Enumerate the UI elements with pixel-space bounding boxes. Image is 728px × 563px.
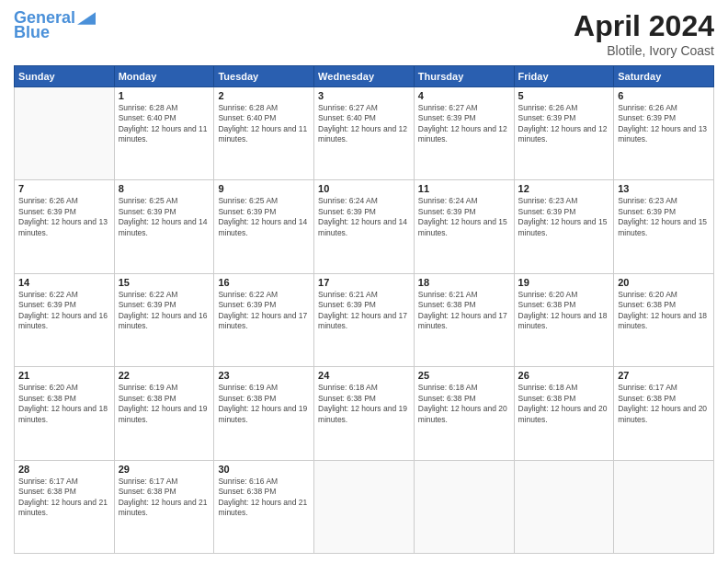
header: General Blue April 2024 Blotile, Ivory C… (14, 9, 714, 58)
col-saturday: Saturday (614, 66, 714, 87)
day-info: Sunrise: 6:27 AMSunset: 6:39 PMDaylight:… (418, 103, 510, 145)
table-row: 18Sunrise: 6:21 AMSunset: 6:38 PMDayligh… (414, 273, 514, 366)
day-info: Sunrise: 6:19 AMSunset: 6:38 PMDaylight:… (119, 383, 210, 425)
table-row: 29Sunrise: 6:17 AMSunset: 6:38 PMDayligh… (114, 460, 214, 553)
day-number: 18 (418, 277, 510, 288)
table-row (15, 87, 115, 180)
day-info: Sunrise: 6:17 AMSunset: 6:38 PMDaylight:… (618, 383, 710, 425)
day-info: Sunrise: 6:18 AMSunset: 6:38 PMDaylight:… (518, 383, 610, 425)
day-number: 25 (418, 370, 510, 381)
table-row: 9Sunrise: 6:25 AMSunset: 6:39 PMDaylight… (214, 180, 314, 273)
day-info: Sunrise: 6:17 AMSunset: 6:38 PMDaylight:… (119, 477, 210, 519)
day-info: Sunrise: 6:20 AMSunset: 6:38 PMDaylight:… (18, 383, 110, 425)
table-row: 22Sunrise: 6:19 AMSunset: 6:38 PMDayligh… (114, 367, 214, 460)
day-info: Sunrise: 6:25 AMSunset: 6:39 PMDaylight:… (119, 196, 210, 238)
day-number: 20 (618, 277, 710, 288)
table-row: 12Sunrise: 6:23 AMSunset: 6:39 PMDayligh… (514, 180, 614, 273)
table-row: 13Sunrise: 6:23 AMSunset: 6:39 PMDayligh… (614, 180, 714, 273)
page: General Blue April 2024 Blotile, Ivory C… (0, 0, 728, 563)
col-tuesday: Tuesday (214, 66, 314, 87)
table-row: 6Sunrise: 6:26 AMSunset: 6:39 PMDaylight… (614, 87, 714, 180)
col-friday: Friday (514, 66, 614, 87)
col-monday: Monday (114, 66, 214, 87)
col-sunday: Sunday (15, 66, 115, 87)
table-row: 20Sunrise: 6:20 AMSunset: 6:38 PMDayligh… (614, 273, 714, 366)
day-info: Sunrise: 6:26 AMSunset: 6:39 PMDaylight:… (18, 196, 110, 238)
calendar-week-row: 21Sunrise: 6:20 AMSunset: 6:38 PMDayligh… (15, 367, 714, 460)
day-number: 13 (618, 183, 710, 194)
table-row: 1Sunrise: 6:28 AMSunset: 6:40 PMDaylight… (114, 87, 214, 180)
day-number: 23 (218, 370, 310, 381)
day-info: Sunrise: 6:20 AMSunset: 6:38 PMDaylight:… (618, 290, 710, 332)
calendar-week-row: 28Sunrise: 6:17 AMSunset: 6:38 PMDayligh… (15, 460, 714, 553)
table-row: 30Sunrise: 6:16 AMSunset: 6:38 PMDayligh… (214, 460, 314, 553)
day-number: 9 (218, 183, 310, 194)
calendar-week-row: 1Sunrise: 6:28 AMSunset: 6:40 PMDaylight… (15, 87, 714, 180)
day-info: Sunrise: 6:21 AMSunset: 6:38 PMDaylight:… (418, 290, 510, 332)
table-row: 23Sunrise: 6:19 AMSunset: 6:38 PMDayligh… (214, 367, 314, 460)
logo-blue: Blue (14, 24, 50, 42)
title-location: Blotile, Ivory Coast (574, 43, 714, 58)
day-number: 10 (318, 183, 410, 194)
day-number: 8 (119, 183, 210, 194)
table-row: 19Sunrise: 6:20 AMSunset: 6:38 PMDayligh… (514, 273, 614, 366)
day-number: 28 (18, 464, 110, 475)
day-info: Sunrise: 6:28 AMSunset: 6:40 PMDaylight:… (119, 103, 210, 145)
day-info: Sunrise: 6:21 AMSunset: 6:39 PMDaylight:… (318, 290, 410, 332)
day-number: 15 (119, 277, 210, 288)
day-number: 19 (518, 277, 610, 288)
day-number: 5 (518, 90, 610, 101)
day-number: 24 (318, 370, 410, 381)
day-number: 3 (318, 90, 410, 101)
day-number: 1 (119, 90, 210, 101)
table-row: 25Sunrise: 6:18 AMSunset: 6:38 PMDayligh… (414, 367, 514, 460)
day-number: 6 (618, 90, 710, 101)
day-number: 17 (318, 277, 410, 288)
calendar-week-row: 14Sunrise: 6:22 AMSunset: 6:39 PMDayligh… (15, 273, 714, 366)
table-row (314, 460, 415, 553)
title-month: April 2024 (574, 9, 714, 43)
day-number: 16 (218, 277, 310, 288)
day-info: Sunrise: 6:17 AMSunset: 6:38 PMDaylight:… (18, 477, 110, 519)
day-number: 11 (418, 183, 510, 194)
day-number: 29 (119, 464, 210, 475)
table-row: 5Sunrise: 6:26 AMSunset: 6:39 PMDaylight… (514, 87, 614, 180)
table-row: 15Sunrise: 6:22 AMSunset: 6:39 PMDayligh… (114, 273, 214, 366)
table-row: 16Sunrise: 6:22 AMSunset: 6:39 PMDayligh… (214, 273, 314, 366)
table-row: 3Sunrise: 6:27 AMSunset: 6:40 PMDaylight… (314, 87, 415, 180)
table-row: 27Sunrise: 6:17 AMSunset: 6:38 PMDayligh… (614, 367, 714, 460)
day-info: Sunrise: 6:24 AMSunset: 6:39 PMDaylight:… (318, 196, 410, 238)
day-number: 2 (218, 90, 310, 101)
table-row: 17Sunrise: 6:21 AMSunset: 6:39 PMDayligh… (314, 273, 415, 366)
table-row: 4Sunrise: 6:27 AMSunset: 6:39 PMDaylight… (414, 87, 514, 180)
day-info: Sunrise: 6:26 AMSunset: 6:39 PMDaylight:… (618, 103, 710, 145)
col-wednesday: Wednesday (314, 66, 415, 87)
header-row: Sunday Monday Tuesday Wednesday Thursday… (15, 66, 714, 87)
table-row (414, 460, 514, 553)
table-row: 28Sunrise: 6:17 AMSunset: 6:38 PMDayligh… (15, 460, 115, 553)
day-number: 12 (518, 183, 610, 194)
day-info: Sunrise: 6:22 AMSunset: 6:39 PMDaylight:… (218, 290, 310, 332)
day-info: Sunrise: 6:20 AMSunset: 6:38 PMDaylight:… (518, 290, 610, 332)
day-info: Sunrise: 6:26 AMSunset: 6:39 PMDaylight:… (518, 103, 610, 145)
day-number: 4 (418, 90, 510, 101)
day-info: Sunrise: 6:23 AMSunset: 6:39 PMDaylight:… (518, 196, 610, 238)
calendar-table: Sunday Monday Tuesday Wednesday Thursday… (14, 65, 714, 554)
table-row (614, 460, 714, 553)
table-row: 24Sunrise: 6:18 AMSunset: 6:38 PMDayligh… (314, 367, 415, 460)
day-info: Sunrise: 6:27 AMSunset: 6:40 PMDaylight:… (318, 103, 410, 145)
day-number: 14 (18, 277, 110, 288)
calendar-week-row: 7Sunrise: 6:26 AMSunset: 6:39 PMDaylight… (15, 180, 714, 273)
day-info: Sunrise: 6:24 AMSunset: 6:39 PMDaylight:… (418, 196, 510, 238)
logo-icon (77, 12, 96, 25)
svg-marker-0 (77, 12, 96, 24)
table-row: 7Sunrise: 6:26 AMSunset: 6:39 PMDaylight… (15, 180, 115, 273)
day-info: Sunrise: 6:22 AMSunset: 6:39 PMDaylight:… (18, 290, 110, 332)
day-info: Sunrise: 6:23 AMSunset: 6:39 PMDaylight:… (618, 196, 710, 238)
day-number: 21 (18, 370, 110, 381)
table-row: 14Sunrise: 6:22 AMSunset: 6:39 PMDayligh… (15, 273, 115, 366)
day-info: Sunrise: 6:28 AMSunset: 6:40 PMDaylight:… (218, 103, 310, 145)
day-number: 26 (518, 370, 610, 381)
table-row: 10Sunrise: 6:24 AMSunset: 6:39 PMDayligh… (314, 180, 415, 273)
title-block: April 2024 Blotile, Ivory Coast (574, 9, 714, 58)
